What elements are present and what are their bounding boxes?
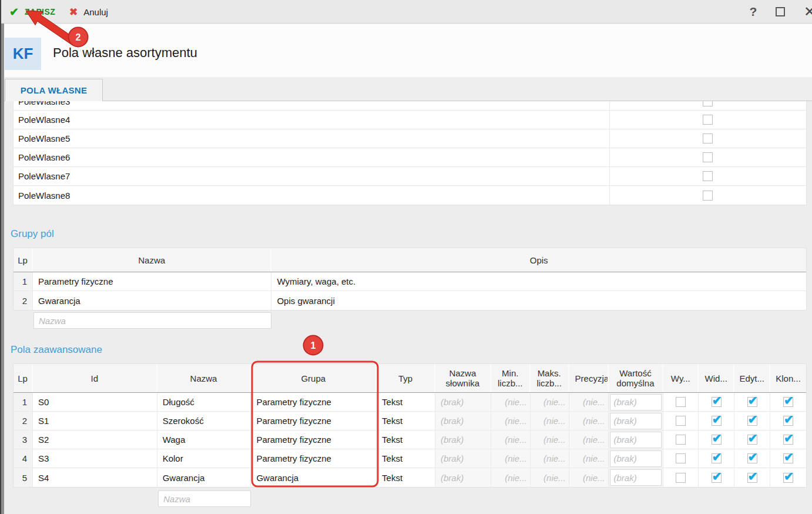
opis-cell[interactable]: Opis gwarancji [271,291,806,310]
checkbox[interactable] [703,191,713,201]
table-row[interactable]: 4 S3 Kolor Parametry fizyczne Tekst (bra… [14,449,806,468]
checkbox[interactable] [783,453,793,463]
checkbox[interactable] [783,473,793,483]
column-header-wymagane[interactable]: Wy... [663,364,699,392]
checkbox[interactable] [676,453,686,463]
checkbox[interactable] [676,473,686,483]
typ-cell[interactable]: Tekst [377,449,435,468]
checkbox[interactable] [676,416,686,426]
field-name-cell[interactable]: PoleWlasne3 [14,101,609,111]
grupa-cell[interactable]: Gwarancja [251,468,377,487]
column-header-edytowalne[interactable]: Edyt... [734,364,770,392]
new-group-name-input[interactable] [33,312,271,329]
column-header-typ[interactable]: Typ [377,364,435,392]
close-icon[interactable]: ✕ [801,0,812,24]
checkbox[interactable] [712,397,722,407]
field-name-cell[interactable]: PoleWlasne6 [14,148,609,166]
table-row[interactable]: 1 Parametry fizyczne Wymiary, waga, etc. [14,272,806,291]
checkbox[interactable] [676,435,686,445]
nazwa-cell[interactable]: Kolor [157,449,251,468]
wartosc-domyslna-cell[interactable]: (brak) [609,449,664,468]
id-cell[interactable]: S3 [33,449,157,468]
field-name-cell[interactable]: PoleWlasne4 [14,111,609,129]
klonowane-cell [770,412,806,430]
checkbox[interactable] [676,397,686,407]
maximize-icon[interactable] [772,0,788,24]
checkbox[interactable] [783,435,793,445]
id-cell[interactable]: S0 [33,393,157,411]
wartosc-domyslna-cell[interactable]: (brak) [609,430,664,449]
nazwa-cell[interactable]: Długość [157,393,251,411]
grupa-cell[interactable]: Parametry fizyczne [251,449,377,468]
table-row[interactable]: 1 S0 Długość Parametry fizyczne Tekst (b… [14,393,806,412]
column-header-klonowane[interactable]: Klon... [770,364,806,392]
nazwa-cell[interactable]: Gwarancja [157,468,251,487]
checkbox[interactable] [712,453,722,463]
checkbox[interactable] [712,473,722,483]
column-header-id[interactable]: Id [33,364,157,392]
typ-cell[interactable]: Tekst [377,393,435,411]
column-header-nazwa[interactable]: Nazwa [33,248,271,272]
checkbox[interactable] [783,397,793,407]
checkbox[interactable] [703,171,713,181]
checkbox[interactable] [783,416,793,426]
column-header-precyzja[interactable]: Precyzja [569,364,609,392]
typ-cell[interactable]: Tekst [377,430,435,449]
table-row[interactable]: PoleWlasne7 [14,167,806,186]
nazwa-cell[interactable]: Waga [157,430,251,449]
column-header-nazwa[interactable]: Nazwa [157,364,251,392]
help-icon[interactable]: ? [745,0,761,24]
grupa-cell[interactable]: Parametry fizyczne [251,393,377,411]
cancel-button[interactable]: ✖ Anuluj [69,0,108,24]
grupa-cell[interactable]: Parametry fizyczne [251,430,377,449]
table-row[interactable]: PoleWlasne5 [14,129,806,148]
table-row[interactable]: 3 S2 Waga Parametry fizyczne Tekst (brak… [14,430,806,449]
column-header-min-liczba[interactable]: Min. liczb... [491,364,531,392]
column-header-lp[interactable]: Lp [14,364,33,392]
id-cell[interactable]: S4 [33,468,157,487]
column-header-maks-liczba[interactable]: Maks. liczb... [531,364,569,392]
nazwa-cell[interactable]: Szerokość [157,412,251,430]
wartosc-domyslna-cell[interactable]: (brak) [609,412,664,430]
tab-pola-wlasne[interactable]: POLA WŁASNE [5,79,103,101]
typ-cell[interactable]: Tekst [377,412,435,430]
checkbox[interactable] [712,435,722,445]
table-row[interactable]: PoleWlasne6 [14,148,806,167]
grupa-cell[interactable]: Parametry fizyczne [251,412,377,430]
opis-cell[interactable]: Wymiary, waga, etc. [271,272,806,291]
column-header-wartosc-domyslna[interactable]: Wartość domyślna [609,364,664,392]
checkbox[interactable] [747,435,757,445]
wartosc-domyslna-cell[interactable]: (brak) [609,468,664,487]
checkbox[interactable] [712,416,722,426]
checkbox[interactable] [747,416,757,426]
table-row[interactable]: 2 S1 Szerokość Parametry fizyczne Tekst … [14,412,806,430]
save-button[interactable]: ✔ ZAPISZ [9,0,55,24]
field-name-cell[interactable]: PoleWlasne5 [14,129,609,148]
wartosc-domyslna-cell[interactable]: (brak) [609,393,664,411]
checkbox[interactable] [703,133,713,143]
checkbox[interactable] [703,115,713,125]
nazwa-cell[interactable]: Gwarancja [33,291,271,310]
table-row[interactable]: PoleWlasne3 [14,101,806,111]
nazwa-cell[interactable]: Parametry fizyczne [33,272,271,291]
table-row[interactable]: 2 Gwarancja Opis gwarancji [14,291,806,310]
checkbox[interactable] [703,101,713,106]
checkbox[interactable] [703,152,713,162]
column-header-lp[interactable]: Lp [14,248,33,272]
field-name-cell[interactable]: PoleWlasne7 [14,167,609,185]
table-row[interactable]: 5 S4 Gwarancja Gwarancja Tekst (brak) (n… [14,468,806,487]
checkbox[interactable] [747,397,757,407]
table-row[interactable]: PoleWlasne4 [14,111,806,129]
field-name-cell[interactable]: PoleWlasne8 [14,186,609,205]
checkbox[interactable] [747,473,757,483]
column-header-nazwa-slownika[interactable]: Nazwa słownika [435,364,491,392]
id-cell[interactable]: S1 [33,412,157,430]
table-row[interactable]: PoleWlasne8 [14,186,806,205]
checkbox[interactable] [747,453,757,463]
column-header-widoczne[interactable]: Wid... [699,364,734,392]
typ-cell[interactable]: Tekst [377,468,435,487]
column-header-grupa[interactable]: Grupa [251,364,377,392]
id-cell[interactable]: S2 [33,430,157,449]
column-header-opis[interactable]: Opis [271,248,806,272]
new-advanced-field-name-input[interactable] [158,490,251,507]
